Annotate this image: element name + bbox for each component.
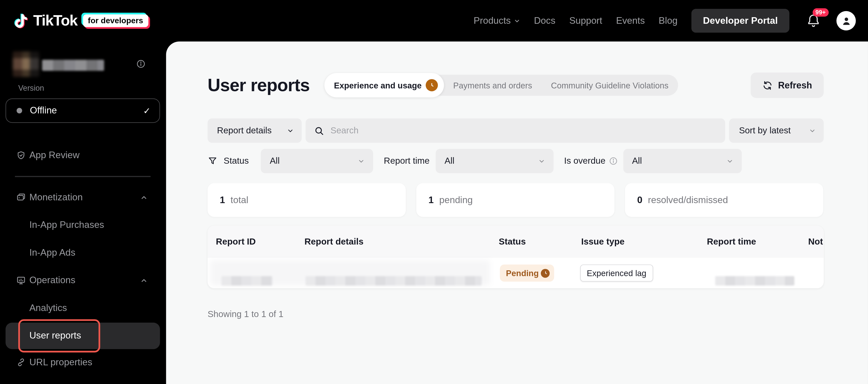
nav-docs[interactable]: Docs	[534, 15, 556, 26]
report-category-tabs: Experience and usage Payments and orders…	[324, 75, 678, 96]
sidebar-item-operations[interactable]: Operations	[0, 270, 166, 290]
chevron-up-icon[interactable]	[140, 194, 148, 201]
nav-products[interactable]: Products	[474, 15, 520, 26]
chevron-down-icon	[287, 127, 294, 134]
developer-portal-button[interactable]: Developer Portal	[691, 9, 789, 33]
col-report-time: Report time	[707, 226, 756, 258]
info-icon[interactable]	[609, 157, 618, 165]
search-icon	[314, 125, 324, 136]
top-nav-links: Products Docs Support Events Blog Develo…	[460, 9, 856, 33]
reports-table: Report ID Report details Status Issue ty…	[208, 226, 824, 288]
monitor-chart-icon	[16, 276, 26, 286]
stat-card-resolved: 0 resolved/dismissed	[625, 183, 823, 217]
col-report-id: Report ID	[216, 226, 256, 258]
sidebar: Version Webhooks Offline ✓ App Review Mo…	[0, 41, 166, 384]
app-name-redacted	[42, 60, 104, 71]
nav-blog[interactable]: Blog	[658, 15, 678, 26]
clock-icon	[541, 268, 550, 278]
sidebar-divider	[15, 176, 151, 177]
for-developers-badge: for developers	[83, 14, 148, 27]
sidebar-item-url-properties[interactable]: URL properties	[0, 352, 166, 373]
col-issue-type: Issue type	[581, 226, 625, 258]
tiktok-logo[interactable]: TikTok for developers	[12, 11, 148, 31]
tab-payments-and-orders[interactable]: Payments and orders	[444, 75, 541, 96]
top-navigation-bar: TikTok for developers Products Docs Supp…	[0, 0, 868, 41]
search-row: Report details Sort by latest	[208, 119, 824, 143]
active-item-background	[5, 323, 160, 349]
page-header-row: User reports Experience and usage Paymen…	[208, 72, 824, 98]
chevron-down-icon	[809, 127, 816, 134]
col-report-details: Report details	[304, 226, 364, 258]
filters-row: Status All Report time All Is overdue Al…	[208, 149, 824, 173]
col-note-clipped: Not	[808, 226, 823, 258]
report-time-filter-dropdown[interactable]: All	[436, 149, 554, 173]
col-status: Status	[499, 226, 526, 258]
filter-funnel-icon	[208, 156, 217, 166]
sidebar-item-user-reports[interactable]: User reports	[29, 323, 81, 349]
search-field[interactable]	[306, 119, 725, 143]
report-time-redacted	[715, 276, 794, 286]
issue-type-chip: Experienced lag	[580, 264, 653, 282]
status-filter-label: Status	[223, 156, 249, 166]
person-icon	[840, 15, 852, 27]
is-overdue-filter-label: Is overdue	[564, 156, 606, 166]
table-header: Report ID Report details Status Issue ty…	[208, 226, 824, 258]
report-time-filter-label: Report time	[384, 156, 430, 166]
status-filter-dropdown[interactable]: All	[261, 149, 373, 173]
brand-wordmark: TikTok	[33, 12, 77, 29]
chevron-down-icon	[726, 157, 733, 164]
main-panel: User reports Experience and usage Paymen…	[166, 41, 868, 384]
pagination-summary: Showing 1 to 1 of 1	[208, 309, 283, 319]
status-badge-pending: Pending	[500, 264, 554, 282]
is-overdue-filter-dropdown[interactable]: All	[623, 149, 742, 173]
shield-check-icon	[16, 151, 26, 160]
info-icon[interactable]	[136, 59, 146, 68]
chevron-down-icon	[538, 157, 545, 164]
notifications-bell[interactable]: 99+	[806, 12, 822, 29]
link-icon	[16, 357, 26, 367]
chevron-down-icon	[358, 157, 365, 164]
sidebar-item-app-review[interactable]: App Review	[0, 146, 166, 165]
report-details-redacted	[306, 276, 482, 286]
app-window: TikTok for developers Products Docs Supp…	[0, 0, 868, 384]
refresh-button[interactable]: Refresh	[750, 72, 824, 98]
version-select[interactable]: Offline ✓	[5, 98, 160, 123]
sort-dropdown[interactable]: Sort by latest	[729, 119, 824, 143]
nav-support[interactable]: Support	[569, 15, 602, 26]
sidebar-item-in-app-ads[interactable]: In-App Ads	[0, 243, 166, 263]
version-label: Version	[18, 84, 44, 92]
offline-status-dot	[17, 108, 22, 114]
stats-row: 1 total 1 pending 0 resolved/dismissed	[208, 183, 824, 217]
nav-events[interactable]: Events	[616, 15, 645, 26]
wallet-icon	[16, 193, 26, 202]
app-icon-redacted	[12, 52, 39, 77]
notification-count-badge: 99+	[813, 8, 829, 17]
chevron-up-icon[interactable]	[140, 277, 148, 284]
check-icon: ✓	[143, 105, 151, 116]
tiktok-note-icon	[12, 11, 30, 31]
version-selected-value: Offline	[30, 105, 57, 116]
sidebar-item-in-app-purchases[interactable]: In-App Purchases	[0, 215, 166, 235]
avatar[interactable]	[836, 11, 856, 31]
chevron-down-icon	[514, 18, 520, 24]
report-id-redacted	[221, 276, 273, 286]
table-row[interactable]: Pending Experienced lag	[208, 258, 824, 288]
report-details-dropdown[interactable]: Report details	[208, 119, 302, 143]
refresh-icon	[762, 80, 773, 90]
page-title: User reports	[208, 75, 310, 96]
pending-clock-badge-icon	[426, 79, 437, 91]
sidebar-item-analytics[interactable]: Analytics	[0, 298, 166, 318]
sidebar-item-monetization[interactable]: Monetization	[0, 187, 166, 207]
search-input[interactable]	[331, 126, 717, 135]
tab-experience-and-usage[interactable]: Experience and usage	[324, 73, 444, 97]
stat-card-total: 1 total	[208, 183, 406, 217]
tab-community-guideline-violations[interactable]: Community Guideline Violations	[541, 75, 678, 96]
stat-card-pending: 1 pending	[416, 183, 614, 217]
